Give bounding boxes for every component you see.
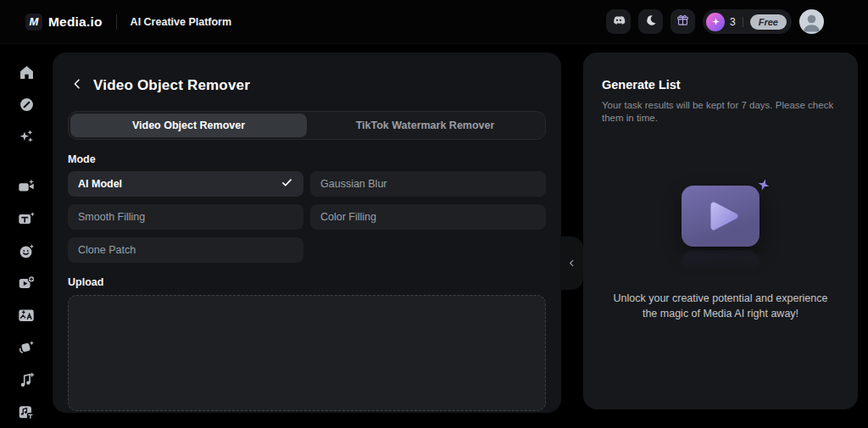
upload-label: Upload bbox=[68, 276, 546, 288]
mediaio-logo-icon[interactable]: M bbox=[25, 14, 42, 31]
tab-tiktok-watermark-remover[interactable]: TikTok Watermark Remover bbox=[307, 114, 543, 137]
discord-button[interactable] bbox=[606, 9, 631, 34]
mode-option-label: Smooth Filling bbox=[78, 211, 145, 223]
generate-list-panel: Generate List Your task results will be … bbox=[583, 53, 858, 409]
sidebar-item-ai-image[interactable] bbox=[16, 307, 36, 327]
panel-collapse-handle[interactable] bbox=[560, 236, 583, 290]
sidebar-item-explore[interactable] bbox=[16, 96, 36, 116]
sparkle-icon bbox=[756, 177, 771, 196]
ai-tools-icon bbox=[18, 128, 36, 149]
sparkle-star-icon bbox=[706, 13, 725, 31]
mode-option-ai-model[interactable]: AI Model bbox=[68, 171, 303, 197]
brand-name[interactable]: Media.io bbox=[48, 14, 103, 30]
text-to-music-icon bbox=[17, 403, 36, 425]
left-sidebar bbox=[0, 44, 53, 428]
video-enhance-icon bbox=[17, 177, 36, 199]
credit-count: 3 bbox=[730, 16, 736, 28]
ai-music-icon bbox=[17, 370, 36, 392]
explore-icon bbox=[18, 96, 36, 117]
object-spin-icon bbox=[17, 338, 36, 360]
ai-image-icon bbox=[17, 306, 36, 328]
chevron-left-icon bbox=[70, 77, 84, 94]
sidebar-item-ai-tools[interactable] bbox=[16, 128, 36, 148]
mode-label: Mode bbox=[68, 153, 546, 165]
mode-option-clone-patch[interactable]: Clone Patch bbox=[68, 237, 303, 263]
platform-subtitle: AI Creative Platform bbox=[131, 16, 231, 28]
discord-icon bbox=[611, 13, 626, 31]
tab-video-object-remover[interactable]: Video Object Remover bbox=[70, 114, 307, 137]
sidebar-item-face-swap[interactable] bbox=[16, 242, 36, 263]
empty-state-illustration bbox=[602, 186, 839, 279]
sidebar-item-text-to-video[interactable] bbox=[16, 210, 36, 231]
video-player-illustration bbox=[682, 186, 760, 247]
sidebar-item-object-spin[interactable] bbox=[16, 339, 36, 359]
upload-dropzone[interactable] bbox=[68, 295, 546, 411]
mode-option-label: Color Filling bbox=[320, 211, 376, 223]
gift-icon bbox=[676, 13, 690, 31]
generate-list-title: Generate List bbox=[602, 78, 839, 92]
home-icon bbox=[18, 64, 36, 85]
mode-option-smooth-filling[interactable]: Smooth Filling bbox=[68, 204, 303, 230]
face-swap-icon bbox=[17, 242, 36, 264]
checkmark-icon bbox=[281, 176, 293, 192]
mode-option-color-filling[interactable]: Color Filling bbox=[310, 204, 546, 230]
header-divider bbox=[116, 14, 117, 30]
back-button[interactable] bbox=[68, 76, 86, 95]
mode-options: AI Model Gaussian Blur Smooth Filling Co… bbox=[68, 171, 546, 263]
sidebar-item-home[interactable] bbox=[16, 64, 36, 84]
mode-option-label: Gaussian Blur bbox=[320, 178, 387, 190]
video-generator-icon bbox=[17, 274, 36, 296]
text-to-video-icon bbox=[17, 209, 36, 231]
illustration-reflection bbox=[682, 250, 760, 279]
rewards-button[interactable] bbox=[670, 9, 695, 34]
moon-icon bbox=[644, 14, 658, 31]
mode-option-label: AI Model bbox=[78, 178, 122, 190]
chevron-left-icon bbox=[567, 256, 576, 271]
sidebar-item-text-to-music[interactable] bbox=[16, 403, 36, 424]
theme-toggle-button[interactable] bbox=[638, 9, 663, 34]
sidebar-item-video-enhance[interactable] bbox=[16, 178, 36, 198]
mode-option-label: Clone Patch bbox=[78, 244, 136, 256]
generate-list-description: Your task results will be kept for 7 day… bbox=[602, 99, 839, 125]
header-actions: 3 Free bbox=[606, 9, 824, 34]
sidebar-item-ai-music[interactable] bbox=[16, 371, 36, 392]
page-title: Video Object Remover bbox=[93, 77, 250, 94]
credits-pill[interactable]: 3 Free bbox=[703, 9, 792, 34]
tool-panel: Video Object Remover Video Object Remove… bbox=[53, 53, 561, 413]
sidebar-item-video-generator[interactable] bbox=[16, 275, 36, 295]
tool-tabs: Video Object Remover TikTok Watermark Re… bbox=[68, 111, 546, 140]
empty-state-text: Unlock your creative potential and exper… bbox=[602, 291, 839, 321]
pill-divider bbox=[743, 17, 743, 27]
plan-badge[interactable]: Free bbox=[750, 14, 787, 30]
user-avatar[interactable] bbox=[799, 9, 824, 34]
mode-option-gaussian-blur[interactable]: Gaussian Blur bbox=[310, 171, 546, 197]
top-header: M Media.io AI Creative Platform bbox=[0, 0, 868, 44]
